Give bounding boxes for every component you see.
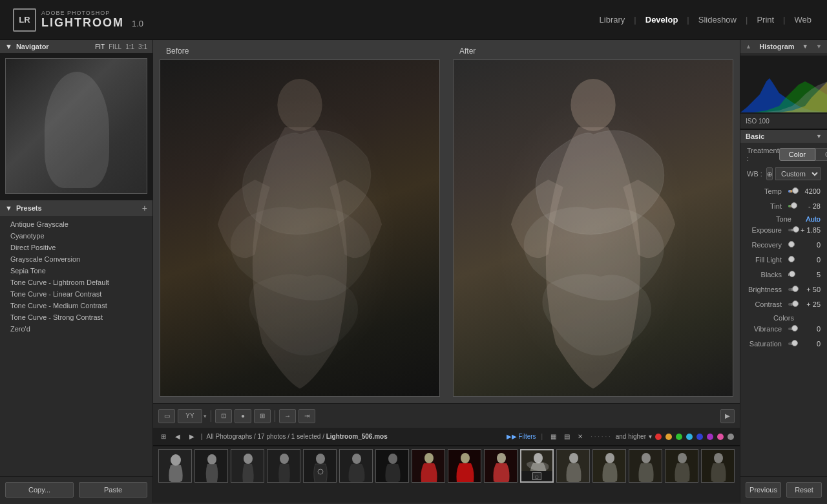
film-thumb-14[interactable] — [629, 449, 662, 483]
preset-grayscale-conversion[interactable]: Grayscale Conversion — [0, 253, 152, 265]
tint-track[interactable] — [788, 205, 795, 207]
color-dot-yellow[interactable] — [665, 434, 672, 440]
grayscale-treatment-btn[interactable]: Grayscale — [815, 148, 827, 161]
film-thumb-5[interactable] — [303, 449, 337, 483]
saturation-thumb[interactable] — [791, 340, 798, 346]
exposure-track[interactable] — [788, 229, 795, 231]
film-thumb-15[interactable] — [665, 449, 698, 483]
previous-button[interactable]: Previous — [746, 482, 781, 498]
nav-develop[interactable]: Develop — [643, 14, 681, 26]
color-dot-pink[interactable] — [717, 434, 724, 440]
crop-tool[interactable]: ▭ — [158, 409, 175, 423]
scroll-right[interactable]: ▶ — [720, 409, 735, 423]
preset-sepia-tone[interactable]: Sepia Tone — [0, 265, 152, 277]
presets-add-button[interactable]: + — [142, 203, 147, 213]
preset-tone-curve-strong[interactable]: Tone Curve - Strong Contrast — [0, 311, 152, 323]
color-dot-blue[interactable] — [696, 434, 703, 440]
filters-label[interactable]: ▶▶ Filters — [507, 433, 536, 440]
svg-point-20 — [461, 453, 470, 463]
preset-direct-positive[interactable]: Direct Positive — [0, 242, 152, 253]
reset-button[interactable]: Reset — [786, 482, 822, 498]
nav-slideshow[interactable]: Slideshow — [696, 14, 739, 26]
thumb-badge: ▢ — [521, 471, 552, 481]
film-thumb-1[interactable] — [158, 449, 192, 483]
filmstrip-view3[interactable]: ✕ — [575, 432, 585, 441]
nav-web[interactable]: Web — [792, 14, 815, 26]
preset-tone-curve-linear[interactable]: Tone Curve - Linear Contrast — [0, 288, 152, 300]
tint-slider-row: Tint - 28 — [747, 200, 821, 212]
preset-tone-curve-default[interactable]: Tone Curve - Lightroom Default — [0, 277, 152, 288]
color-dot-gray[interactable] — [728, 434, 734, 440]
film-thumb-16[interactable] — [701, 449, 735, 483]
nav-print[interactable]: Print — [754, 14, 777, 26]
loupe-btn[interactable]: ● — [235, 409, 251, 423]
compare-btn[interactable]: ⊞ — [254, 409, 271, 423]
rating-filter[interactable]: and higher — [616, 433, 646, 440]
filmstrip-next-btn[interactable]: ▶ — [187, 432, 197, 441]
navigator-header[interactable]: ▼ Navigator FIT FILL 1:1 3:1 — [0, 40, 152, 53]
zoom-fit[interactable]: FIT — [95, 43, 105, 50]
film-thumb-7[interactable] — [375, 449, 409, 483]
film-thumb-10[interactable] — [484, 449, 518, 483]
temp-track[interactable] — [788, 190, 795, 193]
forward-btn[interactable]: → — [279, 409, 296, 423]
preset-antique-grayscale[interactable]: Antique Grayscale — [0, 218, 152, 230]
color-dot-cyan[interactable] — [686, 434, 693, 440]
vibrance-track[interactable] — [788, 328, 795, 330]
tint-thumb[interactable] — [791, 202, 797, 209]
svg-point-32 — [678, 453, 687, 463]
zoom-3-1[interactable]: 3:1 — [138, 43, 147, 50]
vibrance-thumb[interactable] — [791, 325, 798, 331]
fill-light-thumb[interactable] — [788, 256, 795, 262]
exposure-thumb[interactable] — [793, 226, 799, 233]
contrast-track[interactable] — [788, 303, 795, 306]
brightness-track[interactable] — [788, 288, 795, 291]
copy-button[interactable]: Copy... — [5, 482, 74, 498]
basic-header[interactable]: Basic ▼ — [740, 129, 827, 143]
film-thumb-4[interactable] — [267, 449, 300, 483]
blacks-track[interactable] — [788, 273, 795, 276]
fit-screen-btn[interactable]: ⊡ — [215, 409, 232, 423]
tone-auto-btn[interactable]: Auto — [806, 215, 821, 223]
preset-tone-curve-medium[interactable]: Tone Curve - Medium Contrast — [0, 300, 152, 311]
film-thumb-8[interactable] — [412, 449, 445, 483]
preset-cyanotype[interactable]: Cyanotype — [0, 230, 152, 242]
film-thumb-12[interactable] — [556, 449, 590, 483]
blacks-thumb[interactable] — [789, 271, 795, 277]
presets-header[interactable]: ▼ Presets + — [0, 200, 152, 216]
filmstrip-view1[interactable]: ▦ — [548, 432, 559, 441]
cycle-btn[interactable]: ⇥ — [298, 409, 315, 423]
nav-library[interactable]: Library — [597, 14, 628, 26]
film-thumb-2[interactable] — [194, 449, 228, 483]
film-thumb-3[interactable] — [231, 449, 264, 483]
color-dot-red[interactable] — [655, 434, 662, 440]
preset-zerod[interactable]: Zero'd — [0, 323, 152, 335]
film-thumb-6[interactable] — [339, 449, 373, 483]
color-dot-green[interactable] — [676, 434, 682, 440]
wb-dropdown[interactable]: Custom As Shot Auto Daylight Cloudy — [775, 167, 821, 180]
hist-down-arrow[interactable]: ▼ — [816, 43, 822, 50]
color-dot-purple[interactable] — [707, 434, 713, 440]
filmstrip-prev-btn[interactable]: ◀ — [173, 432, 183, 441]
film-thumb-9[interactable] — [448, 449, 481, 483]
zoom-1-1[interactable]: 1:1 — [125, 43, 134, 50]
film-thumb-11[interactable]: ▢ — [520, 449, 554, 483]
thumb-1-svg — [159, 450, 192, 483]
filmstrip-view2[interactable]: ▤ — [561, 432, 572, 441]
recovery-thumb[interactable] — [788, 241, 795, 247]
contrast-thumb[interactable] — [792, 300, 799, 307]
temp-thumb[interactable] — [792, 187, 799, 194]
histogram-header[interactable]: ▲ Histogram ▼ ▼ — [740, 40, 827, 53]
navigator-thumb[interactable] — [5, 58, 147, 194]
wb-eyedropper[interactable]: ⊕ — [766, 167, 773, 180]
yy-select[interactable]: YY — [178, 409, 202, 423]
recovery-track[interactable] — [788, 244, 795, 246]
zoom-fill[interactable]: FILL — [109, 43, 121, 50]
hist-up-arrow[interactable]: ▲ — [746, 43, 751, 50]
film-thumb-13[interactable] — [592, 449, 626, 483]
color-treatment-btn[interactable]: Color — [779, 148, 815, 161]
paste-button[interactable]: Paste — [79, 482, 147, 498]
fill-light-track[interactable] — [788, 258, 795, 261]
saturation-track[interactable] — [788, 342, 795, 345]
filmstrip-grid-btn[interactable]: ⊞ — [158, 432, 169, 441]
